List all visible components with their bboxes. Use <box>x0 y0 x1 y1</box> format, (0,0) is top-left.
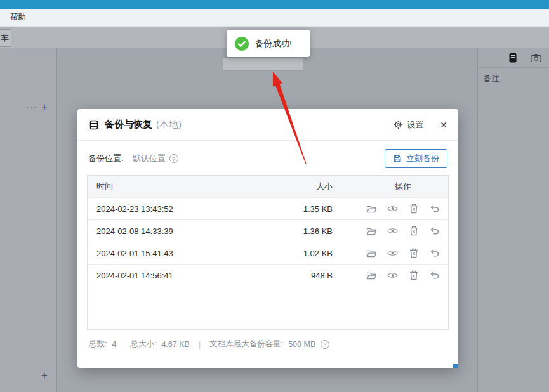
restore-undo-icon[interactable] <box>429 204 440 214</box>
table-row: 2024-02-08 14:33:39 1.36 KB <box>88 219 448 242</box>
backup-table-body: 2024-02-23 13:43:52 1.35 KB <box>88 197 448 286</box>
table-row: 2024-02-23 13:43:52 1.35 KB <box>88 197 448 219</box>
delete-trash-icon[interactable] <box>408 248 419 259</box>
backup-location-value: 默认位置 <box>133 153 166 164</box>
dialog-title-suffix: (本地) <box>156 119 182 131</box>
gear-icon <box>393 119 404 130</box>
backup-time: 2024-02-08 14:33:39 <box>88 226 265 236</box>
save-icon <box>393 154 402 163</box>
backup-time: 2024-02-23 13:43:52 <box>88 204 265 214</box>
column-header-operations: 操作 <box>340 181 448 192</box>
dialog-footer: 总数: 4 总大小: 4.67 KB | 文档库最大备份容量: 500 MB ? <box>77 330 458 350</box>
camera-icon[interactable] <box>531 53 541 63</box>
delete-trash-icon[interactable] <box>408 204 419 214</box>
total-count-label: 总数: <box>89 339 107 350</box>
open-folder-icon[interactable] <box>366 248 377 259</box>
backup-size: 1.02 KB <box>265 249 340 258</box>
app-window: 帮助 车 ··· + + 备注 <box>0 0 549 392</box>
document-tab-partial[interactable]: 车 <box>0 29 11 47</box>
notes-panel-title: 备注 <box>478 68 549 84</box>
settings-label: 设置 <box>407 119 423 131</box>
settings-button[interactable]: 设置 <box>393 119 423 131</box>
backup-restore-dialog: 备份与恢复 (本地) 设置 ✕ 备份位置: 默认位置 ? <box>77 109 458 368</box>
row-actions <box>340 248 448 259</box>
window-titlebar <box>0 0 549 9</box>
open-folder-icon[interactable] <box>366 204 377 214</box>
blue-fragment <box>453 364 458 368</box>
backup-size: 948 B <box>265 271 340 280</box>
total-size-value: 4.67 KB <box>161 340 189 349</box>
add-icon-bottom[interactable]: + <box>41 369 48 382</box>
location-help-icon[interactable]: ? <box>169 154 178 163</box>
right-sidebar-toolbar <box>478 48 549 68</box>
success-check-icon <box>235 37 249 51</box>
backup-location-label: 备份位置: <box>88 153 124 164</box>
max-capacity-label: 文档库最大备份容量: <box>209 339 283 350</box>
column-header-size: 大小 <box>265 181 340 192</box>
capacity-help-icon[interactable]: ? <box>321 340 329 349</box>
preview-eye-icon[interactable] <box>387 270 398 281</box>
total-count-value: 4 <box>112 340 116 349</box>
row-actions <box>340 270 448 281</box>
open-folder-icon[interactable] <box>366 270 377 281</box>
column-header-time: 时间 <box>88 181 265 192</box>
preview-eye-icon[interactable] <box>387 248 398 259</box>
backup-table: 时间 大小 操作 2024-02-23 13:43:52 1.35 KB <box>87 175 449 330</box>
menu-bar: 帮助 <box>0 9 549 27</box>
preview-eye-icon[interactable] <box>387 204 398 214</box>
right-sidebar: 备注 <box>477 48 549 392</box>
delete-trash-icon[interactable] <box>408 226 419 237</box>
row-actions <box>340 226 448 237</box>
table-row: 2024-02-01 14:56:41 948 B <box>88 264 448 286</box>
restore-undo-icon[interactable] <box>429 248 440 259</box>
backup-now-button[interactable]: 立刻备份 <box>385 149 447 168</box>
backup-time: 2024-02-01 14:56:41 <box>88 271 265 280</box>
footer-separator: | <box>199 340 201 349</box>
backup-size: 1.35 KB <box>265 204 340 214</box>
journal-icon[interactable] <box>507 53 518 63</box>
dialog-title: 备份与恢复 <box>105 119 152 131</box>
preview-eye-icon[interactable] <box>387 226 398 237</box>
close-icon[interactable]: ✕ <box>440 120 447 130</box>
backup-location-row: 备份位置: 默认位置 ? 立刻备份 <box>77 141 458 168</box>
toast-message: 备份成功! <box>255 38 292 49</box>
more-options-icon[interactable]: ··· <box>26 101 37 112</box>
row-actions <box>340 204 448 214</box>
left-sidebar: ··· + + <box>0 48 57 392</box>
database-icon <box>88 119 99 130</box>
backup-table-header: 时间 大小 操作 <box>88 176 448 197</box>
backup-now-label: 立刻备份 <box>406 153 439 164</box>
delete-trash-icon[interactable] <box>408 270 419 281</box>
dialog-header: 备份与恢复 (本地) 设置 ✕ <box>77 109 458 141</box>
max-capacity-value: 500 MB <box>288 340 315 349</box>
backup-time: 2024-02-01 15:41:43 <box>88 249 265 258</box>
toast-notification: 备份成功! <box>227 30 310 57</box>
menu-item-help[interactable]: 帮助 <box>6 10 30 25</box>
open-folder-icon[interactable] <box>366 226 377 237</box>
table-row: 2024-02-01 15:41:43 1.02 KB <box>88 242 448 264</box>
document-tab-label: 车 <box>1 32 9 44</box>
add-icon[interactable]: + <box>41 101 48 114</box>
toolbar-control-behind-toast <box>223 57 303 71</box>
backup-size: 1.36 KB <box>265 226 340 236</box>
total-size-label: 总大小: <box>130 339 156 350</box>
restore-undo-icon[interactable] <box>429 270 440 281</box>
restore-undo-icon[interactable] <box>429 226 440 237</box>
